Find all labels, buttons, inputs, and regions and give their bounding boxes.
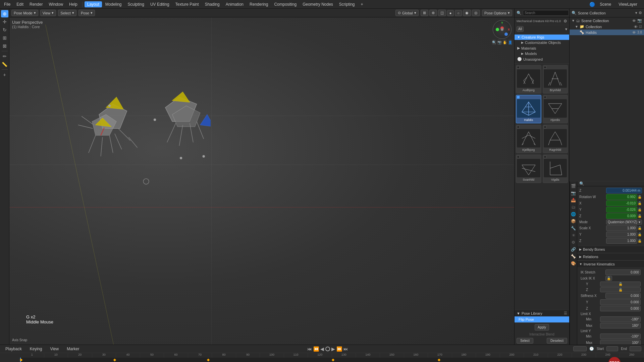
tool-annotate[interactable]: ✏ bbox=[1, 53, 8, 60]
z-value[interactable]: 0.001444 m bbox=[606, 188, 642, 193]
scene-name[interactable]: Scene bbox=[597, 1, 614, 7]
pose-select-btn[interactable]: Select bbox=[517, 338, 533, 344]
rotation-w-value[interactable]: 0.992 bbox=[606, 194, 637, 200]
scale-z-lock[interactable]: 🔓 bbox=[637, 238, 642, 243]
lock-ik-y-btn[interactable]: 🔓 bbox=[600, 282, 641, 287]
library-settings-icon[interactable]: ⚙ bbox=[564, 19, 567, 23]
outliner-collection[interactable]: ▼ 📁 Collection 👁 ☑ bbox=[570, 24, 644, 29]
menu-help[interactable]: Help bbox=[66, 1, 80, 7]
halldis-eye-icon[interactable]: 👁 bbox=[632, 31, 636, 35]
tool-add[interactable]: + bbox=[1, 71, 8, 78]
tool-cursor[interactable]: ⊕ bbox=[1, 10, 8, 17]
workspace-scripting[interactable]: Scripting bbox=[336, 1, 358, 7]
limit-y-min-value[interactable]: -100° bbox=[600, 334, 641, 339]
limit-x-max-value[interactable]: 180° bbox=[600, 323, 641, 328]
asset-cb-ragnhild[interactable] bbox=[544, 126, 546, 128]
scale-y-value[interactable]: 1.000 bbox=[606, 232, 637, 237]
rotation-z-value[interactable]: 0.009 bbox=[606, 213, 637, 219]
stiffness-z-value[interactable]: 0.000 bbox=[600, 306, 641, 311]
rotation-w-lock[interactable]: 🔓 bbox=[637, 194, 642, 199]
snap-toggle[interactable]: ⊞ bbox=[421, 10, 428, 16]
timeline-body[interactable]: 1 10 20 30 40 50 60 70 80 90 100 110 120… bbox=[0, 353, 644, 362]
prop-material-icon[interactable]: 🎨 bbox=[570, 260, 577, 267]
workspace-sculpting[interactable]: Sculpting bbox=[125, 1, 147, 7]
pose-library-menu-icon[interactable]: ☰ bbox=[564, 311, 567, 315]
pose-item-flip[interactable]: Flip Pose bbox=[515, 316, 569, 322]
asset-ragnhild[interactable]: Ragnhild bbox=[543, 125, 568, 153]
prop-constraints-icon[interactable]: 🔗 bbox=[570, 246, 577, 253]
filter-icon[interactable]: ▾ bbox=[565, 27, 567, 32]
tree-customizable-objects[interactable]: ▶ Customizable Objects bbox=[515, 40, 569, 45]
tree-creature-rigs[interactable]: ▼ Creature Rigs bbox=[515, 35, 569, 40]
workspace-animation[interactable]: Animation bbox=[223, 1, 246, 7]
pivot-dropdown[interactable]: ⊙Global▾ bbox=[395, 10, 419, 16]
prop-object-data-icon[interactable]: 🦴 bbox=[570, 253, 577, 260]
tl-marker-menu[interactable]: Marker bbox=[64, 346, 82, 352]
asset-search-input[interactable] bbox=[523, 10, 569, 16]
prop-particles-icon[interactable]: ✳ bbox=[570, 232, 577, 239]
search-icon[interactable]: 🔍 bbox=[572, 11, 577, 15]
menu-render[interactable]: Render bbox=[27, 1, 45, 7]
asset-svanhild[interactable]: Svanhild bbox=[516, 155, 541, 183]
asset-hjordis[interactable]: Hjordis bbox=[543, 95, 568, 123]
workspace-rendering[interactable]: Rendering bbox=[247, 1, 271, 7]
pose-apply-btn[interactable]: Apply bbox=[535, 324, 549, 330]
tl-keying-menu[interactable]: Keying bbox=[27, 346, 45, 352]
collection-eye-icon[interactable]: 👁 bbox=[634, 25, 638, 29]
scale-y-lock[interactable]: 🔓 bbox=[637, 232, 642, 237]
menu-file[interactable]: File bbox=[1, 1, 13, 7]
scale-z-value[interactable]: 1.000 bbox=[606, 238, 637, 244]
prop-object-icon[interactable]: 📦 bbox=[570, 218, 577, 225]
tl-next-frame[interactable]: ▶ bbox=[331, 346, 335, 352]
prop-output-icon[interactable]: 📤 bbox=[570, 197, 577, 203]
camera-icon[interactable]: 📷 bbox=[497, 40, 501, 45]
ik-header[interactable]: ▼ Inverse Kinematics bbox=[577, 260, 644, 268]
tl-last-frame[interactable]: ⏭ bbox=[343, 346, 348, 352]
asset-cb-halldis[interactable] bbox=[517, 96, 520, 99]
collection-cb[interactable]: ☑ bbox=[639, 25, 642, 28]
xray-toggle[interactable]: ◫ bbox=[438, 10, 446, 16]
stiffness-y-value[interactable]: 0.000 bbox=[600, 299, 641, 305]
outliner-settings-icon[interactable]: ⚙ bbox=[639, 11, 642, 15]
bendy-bones-header[interactable]: ▶ Bendy Bones bbox=[577, 246, 644, 253]
rotation-mode-dropdown[interactable]: Quaternion (WXYZ) ▾ bbox=[606, 220, 642, 225]
scene-collection-name[interactable]: Scene Collection bbox=[581, 19, 631, 23]
zoom-icon[interactable]: 🔍 bbox=[492, 40, 496, 45]
scale-x-value[interactable]: 1.000 bbox=[606, 225, 637, 231]
tool-transform[interactable]: ⊠ bbox=[1, 42, 8, 50]
prop-physics-icon[interactable]: ⚙ bbox=[570, 239, 577, 246]
asset-audbjorg[interactable]: Audbjorg bbox=[516, 65, 541, 94]
tool-scale[interactable]: ⊞ bbox=[1, 34, 8, 42]
render-mode[interactable]: ◎ bbox=[472, 10, 480, 16]
rotation-z-lock[interactable]: 🔓 bbox=[637, 214, 642, 218]
limit-y-max-value[interactable]: 100° bbox=[600, 340, 641, 345]
asset-cb-vigdis[interactable] bbox=[544, 156, 546, 158]
user-icon[interactable]: 👤 bbox=[508, 40, 512, 45]
asset-cb-hjordis[interactable] bbox=[544, 96, 546, 99]
tool-measure[interactable]: 📏 bbox=[1, 61, 8, 68]
tree-materials[interactable]: ▶ Materials bbox=[515, 45, 569, 51]
scale-x-lock[interactable]: 🔓 bbox=[637, 226, 642, 230]
asset-brynhild[interactable]: Brynhild bbox=[543, 65, 568, 94]
workspace-layout[interactable]: Layout bbox=[85, 1, 102, 7]
view-dropdown[interactable]: View▾ bbox=[40, 10, 56, 16]
mode-dropdown[interactable]: Pose Mode ▾ bbox=[11, 10, 38, 16]
scene-render-icon[interactable]: 📷 bbox=[637, 18, 642, 23]
viewport-canvas[interactable]: User Perspective (1) Halldis : Core X Y … bbox=[9, 17, 514, 345]
tree-unassigned[interactable]: ⚪ Unassigned bbox=[515, 56, 569, 62]
end-frame-input[interactable]: 250 bbox=[630, 346, 641, 351]
start-frame-input[interactable]: 1 bbox=[606, 346, 618, 351]
outliner-halldis[interactable]: 🦴 Halldis 👁 3.8 bbox=[570, 29, 644, 35]
menu-window[interactable]: Window bbox=[46, 1, 66, 7]
stiffness-x-value[interactable]: 0.000 bbox=[605, 293, 641, 299]
rotation-y-value[interactable]: -0.026 bbox=[606, 207, 637, 213]
prop-render-icon[interactable]: 📷 bbox=[570, 190, 577, 196]
asset-cb-brynhild[interactable] bbox=[544, 66, 546, 69]
limit-x-min-value[interactable]: -180° bbox=[600, 316, 641, 322]
timeline-bar[interactable] bbox=[20, 358, 644, 362]
tool-move[interactable]: ✛ bbox=[1, 18, 8, 25]
asset-cb-audbjorg[interactable] bbox=[517, 66, 520, 69]
filter-dropdown[interactable]: All bbox=[517, 26, 524, 32]
view-layer-name[interactable]: ViewLayer bbox=[616, 1, 640, 7]
filter-icon-outliner[interactable]: ▾ bbox=[635, 11, 637, 15]
